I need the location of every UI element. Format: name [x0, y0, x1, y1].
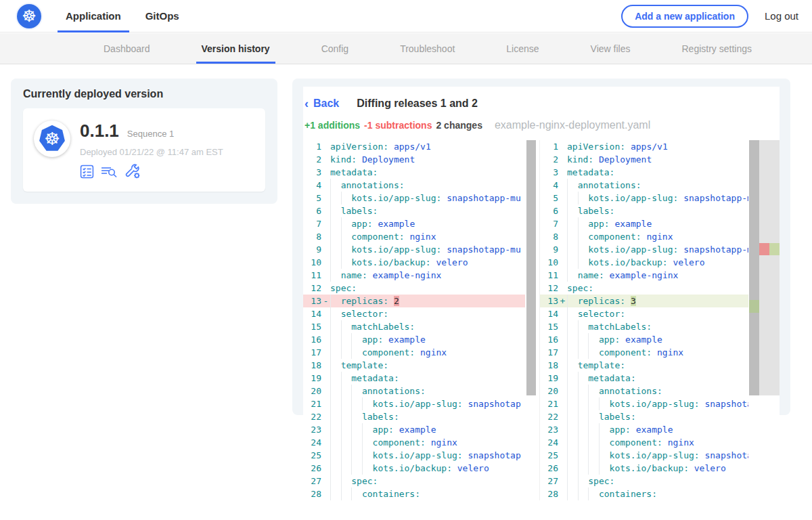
deploy-logs-search-icon[interactable]	[101, 165, 118, 179]
subnav-tab-license[interactable]: License	[501, 33, 544, 64]
code-line-27: 27spec:	[303, 475, 525, 488]
line-text: kots.io/app-slug: snapshotap	[567, 397, 748, 410]
line-text: component: nginx	[567, 230, 748, 243]
diff-pane-new[interactable]: 1apiVersion: apps/v12kind: Deployment3me…	[539, 140, 780, 500]
ruler-removed-marker	[759, 243, 769, 255]
code-line-8: 8component: nginx	[303, 230, 525, 243]
code-line-21: 21kots.io/app-slug: snapshotap	[303, 397, 525, 410]
deployed-card-title: Currently deployed version	[23, 88, 265, 100]
logout-link[interactable]: Log out	[765, 10, 798, 22]
scrollbar-thumb[interactable]	[749, 140, 759, 395]
line-gutter: 9	[303, 243, 330, 256]
code-line-13-added: 13+replicas: 3	[540, 295, 748, 307]
code-line-17: 17component: nginx	[540, 346, 748, 359]
line-gutter: 25	[540, 449, 567, 462]
code-line-16: 16app: example	[303, 333, 525, 346]
additions-stat: +1 additions	[304, 120, 360, 131]
line-text: component: nginx	[567, 436, 748, 449]
subtractions-stat: -1 subtractions	[364, 120, 432, 131]
line-text: kots.io/backup: velero	[330, 256, 525, 269]
code-line-23: 23app: example	[540, 423, 748, 436]
line-gutter: 26	[303, 462, 330, 475]
line-text: kots.io/app-slug: snapshotapp-mu	[330, 243, 525, 256]
line-gutter: 25	[303, 449, 330, 462]
line-gutter: 11	[303, 269, 330, 282]
line-text: component: nginx	[567, 346, 748, 359]
topnav-tab-application[interactable]: Application	[58, 0, 129, 32]
line-text: labels:	[330, 204, 525, 217]
diff-header: ‹ Back Diffing releases 1 and 2	[303, 87, 780, 110]
back-link[interactable]: ‹ Back	[304, 98, 339, 110]
subnav-tab-registry-settings[interactable]: Registry settings	[676, 33, 757, 64]
line-text: annotations:	[330, 385, 525, 397]
deployed-info: 0.1.1 Sequence 1 Deployed 01/21/22 @ 11:…	[80, 121, 223, 179]
code-line-10: 10kots.io/backup: velero	[540, 256, 748, 269]
deployed-card-inner: ☸ 0.1.1 Sequence 1 Deployed 01/21/22 @ 1…	[23, 108, 265, 192]
code-line-13-removed: 13-replicas: 2	[303, 295, 525, 307]
code-line-22: 22labels:	[540, 410, 748, 423]
code-line-20: 20annotations:	[540, 385, 748, 397]
line-gutter: 14	[303, 307, 330, 320]
line-text: component: nginx	[330, 230, 525, 243]
code-line-14: 14selector:	[540, 307, 748, 320]
code-line-18: 18template:	[303, 359, 525, 372]
line-gutter: 28	[303, 488, 330, 500]
line-gutter: 2	[303, 153, 330, 166]
config-tools-icon[interactable]	[125, 164, 141, 179]
subnav-tab-dashboard[interactable]: Dashboard	[98, 33, 156, 64]
line-gutter: 14	[540, 307, 567, 320]
line-text: labels:	[567, 204, 748, 217]
diff-card: ‹ Back Diffing releases 1 and 2 +1 addit…	[303, 87, 780, 503]
scrollbar-thumb[interactable]	[526, 140, 536, 395]
code-line-9: 9kots.io/app-slug: snapshotapp-mu	[303, 243, 525, 256]
subnav-tab-config[interactable]: Config	[316, 33, 354, 64]
code-line-11: 11name: example-nginx	[303, 269, 525, 282]
subnav-tab-troubleshoot[interactable]: Troubleshoot	[394, 33, 460, 64]
topnav-tab-gitops[interactable]: GitOps	[137, 0, 187, 32]
line-gutter: 17	[540, 346, 567, 359]
line-gutter: 19	[540, 372, 567, 385]
line-text: replicas: 2	[330, 295, 525, 307]
line-gutter: 20	[303, 385, 330, 397]
line-gutter: 6	[303, 204, 330, 217]
line-gutter: 5	[540, 192, 567, 204]
line-gutter: 23	[303, 423, 330, 436]
line-text: component: nginx	[330, 346, 525, 359]
subnav-tab-version-history[interactable]: Version history	[196, 33, 275, 64]
line-text: name: example-nginx	[567, 269, 748, 282]
line-gutter: 8	[540, 230, 567, 243]
line-text: kots.io/app-slug: snapshotap	[330, 397, 525, 410]
subnav-tab-view-files[interactable]: View files	[585, 33, 636, 64]
line-gutter: 8	[303, 230, 330, 243]
code-line-4: 4annotations:	[303, 179, 525, 192]
line-text: app: example	[567, 217, 748, 230]
code-line-6: 6labels:	[303, 204, 525, 217]
page: ☸ ApplicationGitOps Add a new applicatio…	[0, 0, 812, 520]
line-gutter: 24	[303, 436, 330, 449]
diff-overview-ruler	[759, 140, 780, 395]
line-text: metadata:	[567, 372, 748, 385]
line-text: spec:	[567, 282, 748, 295]
line-text: kots.io/app-slug: snapshotap	[567, 449, 748, 462]
code-line-7: 7app: example	[540, 217, 748, 230]
code-line-12: 12spec:	[303, 282, 525, 295]
line-text: apiVersion: apps/v1	[567, 140, 748, 153]
line-gutter: 7	[540, 217, 567, 230]
code-area-old: 1apiVersion: apps/v12kind: Deployment3me…	[303, 140, 525, 500]
code-line-20: 20annotations:	[303, 385, 525, 397]
line-text: template:	[567, 359, 748, 372]
line-text: component: nginx	[330, 436, 525, 449]
code-line-1: 1apiVersion: apps/v1	[303, 140, 525, 153]
line-text: spec:	[330, 282, 525, 295]
line-text: matchLabels:	[567, 320, 748, 333]
add-application-button[interactable]: Add a new application	[621, 5, 748, 28]
line-gutter: 27	[303, 475, 330, 488]
line-text: app: example	[330, 333, 525, 346]
preflight-checklist-icon[interactable]	[80, 165, 94, 179]
diff-pane-old[interactable]: 1apiVersion: apps/v12kind: Deployment3me…	[303, 140, 537, 500]
line-text: kots.io/backup: velero	[567, 462, 748, 475]
deployed-version-card: Currently deployed version ☸ 0.1.1 Seque…	[11, 79, 277, 204]
line-text: template:	[330, 359, 525, 372]
line-gutter: 10	[303, 256, 330, 269]
code-line-12: 12spec:	[540, 282, 748, 295]
